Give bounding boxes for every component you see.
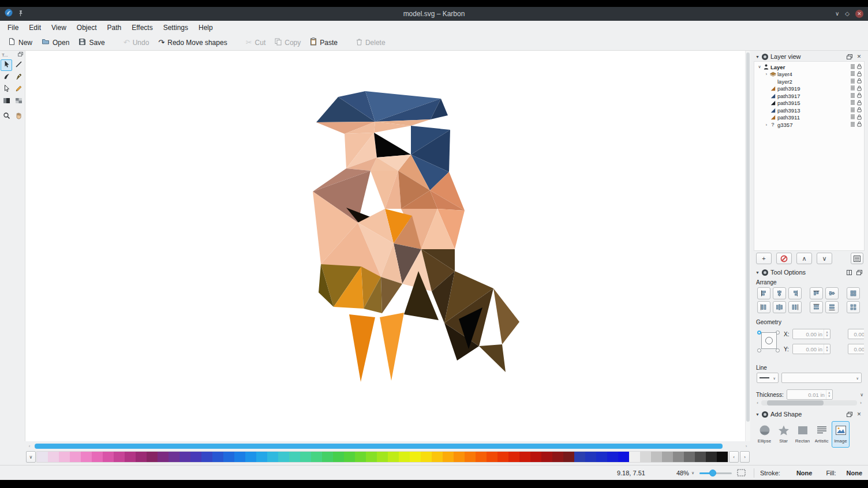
- layer-row-path3913[interactable]: path3913: [754, 107, 864, 114]
- select-tool[interactable]: [1, 59, 12, 71]
- collapse-icon[interactable]: ▼: [755, 55, 760, 59]
- palette-swatch[interactable]: [454, 452, 465, 462]
- palette-swatch[interactable]: [37, 452, 48, 462]
- thickness-spinbox[interactable]: 0.01 in∧∨: [787, 389, 833, 400]
- shape-image[interactable]: Image: [832, 421, 850, 448]
- lower-layer-button[interactable]: ∨: [817, 253, 832, 264]
- pin-icon[interactable]: [17, 9, 24, 19]
- menu-object[interactable]: Object: [72, 22, 102, 33]
- shape-artistic-text[interactable]: Artistic: [813, 421, 830, 448]
- new-button[interactable]: New: [3, 36, 37, 49]
- palette-swatch[interactable]: [158, 452, 169, 462]
- redo-button[interactable]: ↷Redo Move shapes: [154, 37, 231, 48]
- palette-swatch[interactable]: [223, 452, 234, 462]
- view-state-icon[interactable]: [850, 114, 855, 121]
- scroll-right-icon[interactable]: ›: [742, 444, 750, 449]
- scroll-left-icon[interactable]: ‹: [25, 444, 33, 449]
- scrollbar-thumb[interactable]: [767, 400, 824, 406]
- palette-swatch[interactable]: [706, 452, 717, 462]
- docker-close-icon[interactable]: ✕: [855, 53, 863, 61]
- artwork-polygon[interactable]: [349, 314, 375, 382]
- title-bar[interactable]: model.svg – Karbon ∨ ◇ ✕: [0, 7, 868, 21]
- layer-row-layer4[interactable]: ›layer4: [754, 71, 864, 78]
- distribute-right-button[interactable]: [788, 301, 802, 313]
- undo-button[interactable]: ↶Undo: [119, 37, 154, 48]
- docker-dock-icon[interactable]: [845, 269, 853, 276]
- lock-icon[interactable]: [857, 63, 862, 70]
- palette-swatch[interactable]: [103, 452, 114, 462]
- save-button[interactable]: Save: [74, 36, 109, 49]
- palette-swatch[interactable]: [81, 452, 92, 462]
- maximize-icon[interactable]: ◇: [845, 11, 850, 17]
- palette-swatch[interactable]: [541, 452, 552, 462]
- shape-rectangle[interactable]: Rectan: [794, 421, 811, 448]
- layer-view-header[interactable]: ▼ Layer view ✕: [753, 52, 865, 61]
- palette-swatch[interactable]: [618, 452, 629, 462]
- distribute-bottom-button[interactable]: [825, 301, 839, 313]
- palette-swatch[interactable]: [355, 452, 366, 462]
- menu-path[interactable]: Path: [102, 22, 127, 33]
- palette-swatch[interactable]: [322, 452, 333, 462]
- x-spinbox[interactable]: 0.00 in∧∨: [792, 329, 830, 339]
- collapse-icon[interactable]: ▼: [755, 412, 760, 416]
- palette-swatch[interactable]: [267, 452, 278, 462]
- align-grid-button[interactable]: [847, 287, 860, 299]
- height-spinbox[interactable]: 0.00 in: [848, 344, 864, 354]
- tool-options-scrollbar[interactable]: ‹ ›: [754, 400, 864, 406]
- shade-icon[interactable]: ∨: [835, 11, 839, 17]
- pen-tool[interactable]: [13, 72, 24, 83]
- palette-swatch[interactable]: [289, 452, 300, 462]
- expander-icon[interactable]: ›: [764, 72, 769, 76]
- palette-swatch[interactable]: [377, 452, 388, 462]
- palette-swatch[interactable]: [574, 452, 585, 462]
- collapse-icon[interactable]: ▼: [755, 271, 760, 275]
- add-shape-header[interactable]: ▼ Add Shape ✕: [753, 410, 865, 419]
- view-state-icon[interactable]: [850, 93, 855, 99]
- raise-layer-button[interactable]: ∧: [796, 253, 812, 264]
- lock-icon[interactable]: [857, 85, 862, 92]
- palette-swatch[interactable]: [136, 452, 147, 462]
- layer-row-Layer[interactable]: ∨Layer: [754, 63, 864, 71]
- zoom-tool[interactable]: [1, 111, 12, 122]
- distribute-grid-button[interactable]: [847, 301, 860, 313]
- palette-swatch[interactable]: [629, 452, 640, 462]
- horizontal-scrollbar[interactable]: ‹ ›: [25, 441, 750, 451]
- palette-swatch[interactable]: [212, 452, 223, 462]
- scroll-right-icon[interactable]: ›: [858, 400, 864, 406]
- palette-swatch[interactable]: [607, 452, 618, 462]
- palette-swatch[interactable]: [256, 452, 267, 462]
- palette-swatch[interactable]: [245, 452, 256, 462]
- palette-next-button[interactable]: ›: [740, 451, 750, 463]
- palette-swatch[interactable]: [519, 452, 530, 462]
- palette-swatch[interactable]: [179, 452, 190, 462]
- anchor-bottom-left-radio[interactable]: [757, 348, 761, 352]
- zoom-selector[interactable]: 48% ∨: [676, 470, 694, 476]
- palette-swatch[interactable]: [530, 452, 541, 462]
- palette-swatch[interactable]: [333, 452, 344, 462]
- artwork-polygon[interactable]: [479, 344, 506, 372]
- layer-row-g3357[interactable]: ›?g3357: [754, 121, 864, 129]
- palette-swatch[interactable]: [684, 452, 695, 462]
- docker-float-icon[interactable]: [18, 52, 23, 58]
- tool-options-header[interactable]: ▼ Tool Options: [753, 268, 865, 277]
- palette-swatch[interactable]: [695, 452, 706, 462]
- pattern-tool[interactable]: [13, 96, 24, 107]
- distribute-top-button[interactable]: [810, 301, 823, 313]
- align-left-button[interactable]: [757, 287, 770, 299]
- lock-icon[interactable]: [857, 114, 862, 121]
- paste-button[interactable]: Paste: [305, 36, 342, 49]
- palette-swatch[interactable]: [497, 452, 508, 462]
- pan-tool[interactable]: [13, 111, 24, 122]
- palette-swatch[interactable]: [717, 452, 728, 462]
- fill-value[interactable]: None: [847, 470, 863, 476]
- expander-icon[interactable]: ∨: [757, 65, 762, 69]
- horizontal-scrollbar-thumb[interactable]: [35, 444, 723, 449]
- palette-swatch[interactable]: [443, 452, 454, 462]
- view-state-icon[interactable]: [850, 107, 855, 114]
- view-state-icon[interactable]: [850, 85, 855, 92]
- palette-swatch[interactable]: [311, 452, 322, 462]
- shape-edit-tool[interactable]: [1, 84, 12, 95]
- palette-swatch[interactable]: [640, 452, 651, 462]
- shape-star[interactable]: Star: [775, 421, 792, 448]
- lock-icon[interactable]: [857, 78, 862, 85]
